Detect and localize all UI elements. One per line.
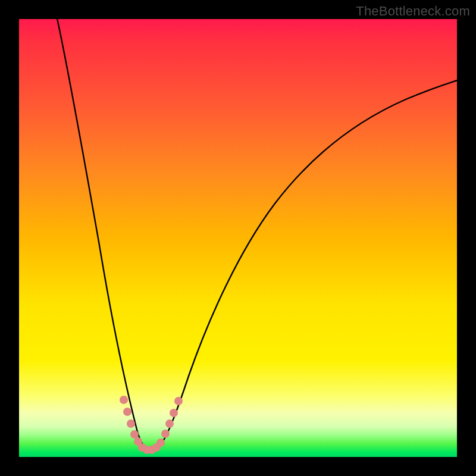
svg-point-1 (123, 408, 131, 416)
svg-point-11 (165, 419, 174, 428)
curve-layer (19, 19, 457, 457)
svg-point-13 (174, 397, 183, 405)
svg-point-12 (170, 409, 178, 417)
svg-point-9 (156, 439, 165, 447)
svg-point-0 (120, 396, 128, 404)
svg-point-3 (130, 430, 139, 439)
plot-area (19, 19, 457, 457)
watermark-text: TheBottleneck.com (356, 4, 470, 19)
svg-point-2 (127, 419, 135, 428)
highlight-band (120, 396, 183, 454)
bottleneck-curve (56, 19, 457, 449)
chart-frame: TheBottleneck.com (0, 0, 476, 476)
svg-point-10 (161, 430, 170, 438)
